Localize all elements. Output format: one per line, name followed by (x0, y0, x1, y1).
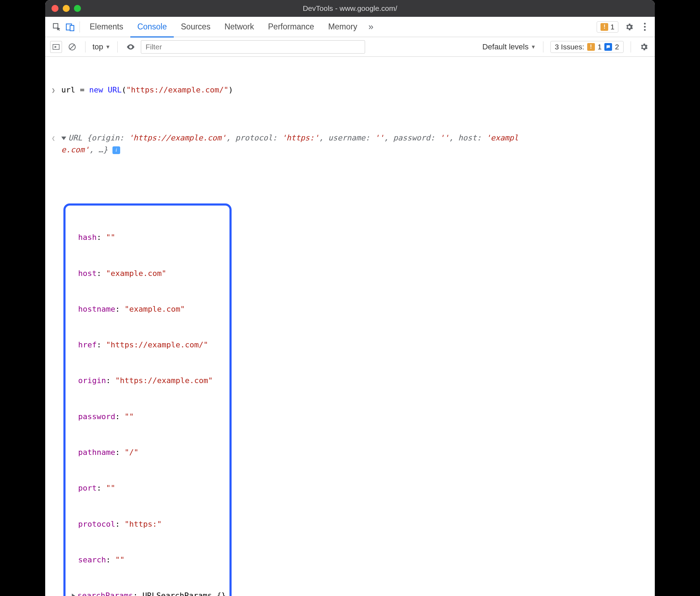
prop-row[interactable]: hostname: "example.com" (78, 303, 226, 315)
tab-performance[interactable]: Performance (261, 20, 321, 34)
minimize-window-button[interactable] (63, 5, 70, 12)
filter-input[interactable] (141, 40, 365, 54)
levels-label: Default levels (482, 42, 529, 51)
prop-row[interactable]: protocol: "https:" (78, 518, 226, 530)
devtools-window: DevTools - www.google.com/ Elements Cons… (45, 0, 655, 596)
svg-line-5 (70, 44, 75, 49)
prop-row[interactable]: searchParams: URLSearchParams {} (72, 590, 226, 596)
prop-row[interactable]: search: "" (78, 554, 226, 566)
result-summary[interactable]: URL {origin: 'https://example.com', prot… (61, 132, 648, 156)
prop-row[interactable]: pathname: "/" (78, 446, 226, 458)
prop-row[interactable]: port: "" (78, 482, 226, 494)
context-label: top (92, 42, 103, 51)
expand-toggle-icon[interactable] (61, 137, 66, 140)
close-window-button[interactable] (52, 5, 59, 12)
inspect-element-icon[interactable] (50, 20, 63, 34)
console-toolbar: top ▼ Default levels ▼ 3 Issues: ! 1 2 (45, 37, 655, 57)
prop-row[interactable]: origin: "https://example.com" (78, 375, 226, 387)
issues-warn-count: 1 (598, 43, 602, 51)
result-icon (52, 132, 61, 144)
console-settings-icon[interactable] (638, 41, 650, 53)
tab-memory[interactable]: Memory (321, 20, 364, 34)
main-tabbar: Elements Console Sources Network Perform… (45, 17, 655, 37)
issues-summary[interactable]: 3 Issues: ! 1 2 (550, 41, 624, 53)
context-selector[interactable]: top ▼ (92, 42, 110, 51)
prop-row[interactable]: href: "https://example.com/" (78, 339, 226, 351)
issues-button[interactable]: ! 1 (597, 21, 618, 33)
own-properties-box: hash: "" host: "example.com" hostname: "… (63, 203, 232, 596)
console-result-row[interactable]: URL {origin: 'https://example.com', prot… (52, 132, 648, 156)
divider (543, 41, 543, 53)
svg-rect-2 (70, 25, 74, 30)
maximize-window-button[interactable] (74, 5, 81, 12)
warning-icon: ! (587, 43, 595, 51)
tab-network[interactable]: Network (218, 20, 261, 34)
divider (117, 41, 118, 53)
object-preview: URL {origin: 'https://example.com', prot… (61, 133, 519, 154)
chevron-down-icon: ▼ (531, 44, 536, 50)
prop-row[interactable]: host: "example.com" (78, 268, 226, 279)
clear-console-icon[interactable] (66, 41, 78, 53)
expand-toggle-icon[interactable] (72, 594, 75, 596)
tab-console[interactable]: Console (130, 20, 174, 37)
more-tabs-icon[interactable]: » (364, 20, 378, 34)
divider (80, 21, 80, 33)
warning-icon: ! (601, 23, 608, 31)
device-toolbar-icon[interactable] (63, 20, 77, 34)
issues-count: 1 (610, 23, 615, 31)
kebab-menu-icon[interactable] (639, 23, 650, 31)
sidebar-toggle-icon[interactable] (50, 41, 62, 53)
settings-icon[interactable] (623, 20, 636, 34)
prop-row[interactable]: hash: "" (78, 231, 226, 243)
prop-row[interactable]: password: "" (78, 411, 226, 423)
input-code: url = new URL("https://example.com/") (61, 84, 648, 96)
issues-info-count: 2 (615, 43, 619, 51)
tab-sources[interactable]: Sources (174, 20, 217, 34)
divider (631, 41, 631, 53)
titlebar[interactable]: DevTools - www.google.com/ (45, 0, 655, 17)
tab-elements[interactable]: Elements (83, 20, 130, 34)
window-controls (52, 5, 81, 12)
log-levels-selector[interactable]: Default levels ▼ (482, 42, 536, 51)
info-badge-icon[interactable]: i (112, 146, 120, 154)
console-output[interactable]: url = new URL("https://example.com/") UR… (45, 57, 655, 596)
issues-label: 3 Issues: (555, 43, 584, 51)
window-title: DevTools - www.google.com/ (45, 4, 655, 13)
info-icon (604, 43, 612, 51)
live-expression-icon[interactable] (125, 41, 137, 53)
chevron-down-icon: ▼ (105, 44, 111, 50)
prompt-icon (52, 84, 61, 96)
console-input-row: url = new URL("https://example.com/") (52, 84, 648, 96)
divider (85, 41, 85, 53)
